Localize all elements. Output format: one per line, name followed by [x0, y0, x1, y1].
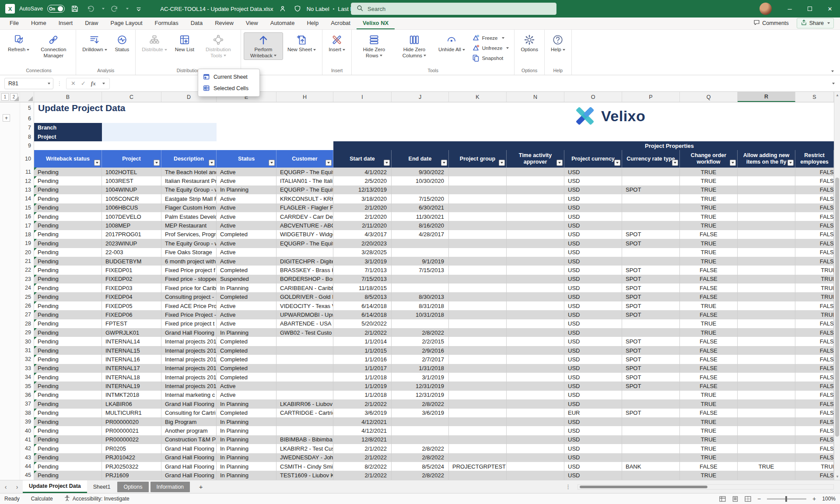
comments-button[interactable]: Comments [750, 18, 792, 28]
cell[interactable]: ABARTENDE - USA B [276, 319, 333, 328]
cell[interactable]: 1/31/2018 [392, 364, 449, 373]
cell[interactable]: In Planning [217, 444, 276, 453]
row-header-42[interactable]: 42 [20, 444, 34, 453]
row-header-18[interactable]: 18 [20, 230, 34, 239]
cell[interactable]: TRUE [680, 319, 738, 328]
cell[interactable]: MULTICURR1 [102, 409, 161, 417]
cell[interactable] [507, 239, 564, 248]
filter-button[interactable] [614, 160, 620, 166]
cell[interactable]: 9/1/2019 [392, 257, 449, 266]
cell[interactable] [449, 444, 507, 453]
cell[interactable]: Active [217, 319, 276, 328]
row-header-41[interactable]: 41 [20, 435, 34, 444]
cell[interactable]: FALSE [795, 399, 834, 408]
cell[interactable]: 10/31/2018 [392, 310, 449, 319]
cell[interactable]: Italian Restaurant Pr [161, 176, 217, 185]
cell[interactable] [449, 266, 507, 274]
cell[interactable]: SPOT [622, 355, 680, 364]
cell[interactable]: FALSE [680, 373, 738, 382]
cell[interactable] [507, 453, 564, 462]
cell[interactable]: Completed [217, 364, 276, 373]
cell[interactable] [449, 355, 507, 364]
filter-button[interactable] [154, 160, 160, 166]
cell[interactable]: Pending [34, 328, 102, 337]
cell[interactable]: FALSE [680, 355, 738, 364]
cell[interactable]: USD [564, 328, 622, 337]
cell[interactable]: USD [564, 257, 622, 266]
cell[interactable]: Pending [34, 346, 102, 355]
cell[interactable]: Active [217, 239, 276, 248]
cell[interactable] [449, 328, 507, 337]
cell[interactable]: TRUE [680, 168, 738, 176]
cell[interactable] [507, 391, 564, 399]
cell[interactable] [738, 471, 795, 480]
ribbon-tab-page-layout[interactable]: Page Layout [105, 18, 149, 29]
cell[interactable]: FALSE [680, 310, 738, 319]
cell[interactable]: TRUE [795, 266, 834, 274]
table-header-currency-rate-type[interactable]: Currency rate type [622, 150, 680, 168]
row-header-9[interactable]: 9 [20, 141, 34, 150]
cell[interactable] [449, 364, 507, 373]
cell[interactable]: CARTRIDGE - Cartrid [276, 409, 333, 417]
cell[interactable]: VIDEOCITY - Texas V [276, 301, 333, 310]
cell[interactable]: Pending [34, 176, 102, 185]
cell[interactable]: 2/5/2020 [333, 176, 392, 185]
ribbon-tab-velixo-nx[interactable]: Velixo NX [357, 18, 395, 29]
cell[interactable]: 2/20/2023 [333, 239, 392, 248]
cell[interactable]: TRUE [680, 426, 738, 435]
cell[interactable] [392, 284, 449, 292]
cell[interactable]: Active [217, 301, 276, 310]
cell[interactable]: Five Oaks Storage [161, 248, 217, 257]
cell[interactable]: USD [564, 230, 622, 239]
cell[interactable]: TRUE [680, 248, 738, 257]
cell[interactable]: Completed [217, 355, 276, 364]
row-header-37[interactable]: 37 [20, 399, 34, 408]
unfreeze-button[interactable]: Unfreeze [469, 43, 512, 52]
filter-button[interactable] [209, 160, 215, 166]
cell[interactable] [622, 471, 680, 480]
cell[interactable]: FALSE [680, 409, 738, 417]
cell[interactable]: Active [217, 382, 276, 390]
cell[interactable]: USD [564, 239, 622, 248]
cell[interactable]: Fixed price for Carib [161, 284, 217, 292]
cell[interactable]: Internal projects 201 [161, 382, 217, 390]
column-header-O[interactable]: O [564, 92, 622, 102]
row-header-19[interactable]: 19 [20, 239, 34, 248]
row-header-16[interactable]: 16 [20, 212, 34, 221]
cell[interactable]: EQUGRP - The Equit [276, 186, 333, 194]
cell[interactable] [276, 382, 333, 390]
cell[interactable]: USD [564, 453, 622, 462]
new-list-button[interactable]: New List [172, 32, 198, 54]
cell[interactable]: TRUE [680, 221, 738, 230]
cell[interactable]: USD [564, 176, 622, 185]
cell[interactable]: TRUE [738, 462, 795, 471]
cell[interactable]: FALSE [795, 301, 834, 310]
cell[interactable]: Active [217, 168, 276, 176]
document-title[interactable]: AC-CRE-TOOL14 - Update Project Data.xlsx [160, 6, 273, 12]
cell[interactable]: 1003REST [102, 176, 161, 185]
cell[interactable]: SPOT [622, 337, 680, 346]
cell[interactable]: 2/8/2022 [392, 444, 449, 453]
cell[interactable]: In Planning [217, 435, 276, 444]
cell[interactable]: SPOT [622, 230, 680, 239]
cell[interactable]: Completed [217, 346, 276, 355]
cell[interactable]: SPOT [622, 346, 680, 355]
minimize-button[interactable]: ─ [780, 0, 800, 18]
filter-button[interactable] [441, 160, 447, 166]
cell[interactable]: INTERNAL15 [102, 346, 161, 355]
cell[interactable] [507, 212, 564, 221]
column-header-N[interactable]: N [507, 92, 564, 102]
cell[interactable]: Pending [34, 230, 102, 239]
cell[interactable] [507, 301, 564, 310]
cell[interactable] [738, 257, 795, 266]
cell[interactable]: 7/1/2013 [333, 266, 392, 274]
cell[interactable] [507, 203, 564, 212]
cell[interactable]: DIGITECHPR - Digite [276, 257, 333, 266]
cell[interactable]: In Planning [217, 462, 276, 471]
cell[interactable]: 1/1/2016 [333, 355, 392, 364]
save-icon[interactable] [69, 3, 80, 14]
cell[interactable] [449, 310, 507, 319]
filter-button[interactable] [672, 160, 678, 166]
help-button[interactable]: Help [547, 32, 569, 54]
cell[interactable]: TRUE [795, 292, 834, 301]
